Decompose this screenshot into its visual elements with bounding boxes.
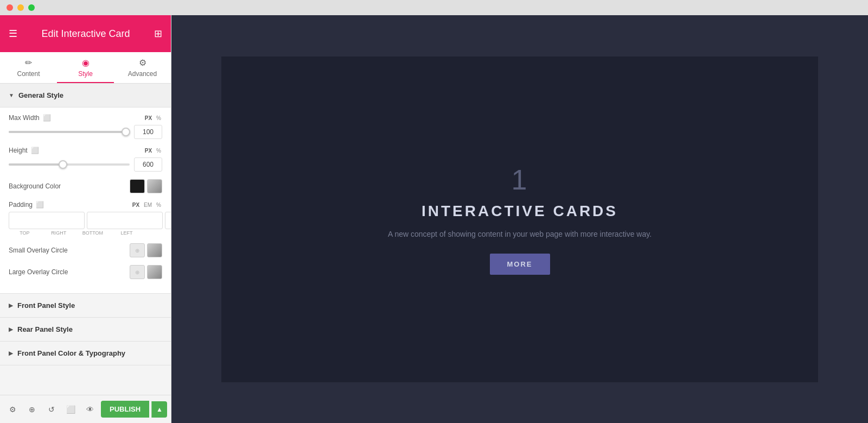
card-more-button[interactable]: MORE (490, 254, 550, 275)
monitor-icon-padding: ⬜ (36, 201, 44, 209)
monitor-icon-height: ⬜ (31, 147, 39, 154)
gear-tab-icon: ⚙ (139, 58, 146, 68)
height-input[interactable] (134, 157, 162, 172)
sidebar: ☰ Edit Interactive Card ⊞ ✏ Content ◉ St… (0, 15, 171, 423)
settings-toolbar-button[interactable]: ⚙ (4, 401, 22, 418)
tab-style[interactable]: ◉ Style (57, 52, 114, 83)
height-thumb[interactable] (59, 160, 67, 169)
max-width-slider-row (9, 125, 162, 139)
padding-field: Padding ⬜ PX EM % (9, 201, 162, 236)
small-overlay-color[interactable]: ⊕ (130, 243, 145, 257)
max-width-track (9, 131, 130, 133)
bg-color-label: Background Color (9, 182, 61, 190)
max-width-thumb[interactable] (122, 128, 130, 136)
height-percent[interactable]: % (155, 147, 162, 154)
layers-toolbar-button[interactable]: ⊕ (24, 401, 41, 418)
large-overlay-row: Large Overlay Circle ⊕ (9, 265, 162, 279)
publish-dropdown-button[interactable]: ▲ (151, 401, 167, 418)
max-width-units: PX % (144, 115, 162, 122)
large-overlay-label: Large Overlay Circle (9, 268, 68, 276)
height-units: PX % (144, 147, 162, 154)
large-overlay-color[interactable]: ⊕ (130, 265, 145, 279)
sidebar-title: Edit Interactive Card (41, 28, 130, 40)
max-width-label-row: Max Width ⬜ PX % (9, 114, 162, 122)
card-container: 1 INTERACTIVE CARDS A new concept of sho… (221, 56, 818, 382)
sidebar-toolbar: ⚙ ⊕ ↺ ⬜ 👁 PUBLISH ▲ (0, 395, 171, 423)
max-width-px[interactable]: PX (144, 115, 153, 122)
large-overlay-field: Large Overlay Circle ⊕ (9, 265, 162, 279)
height-field: Height ⬜ PX % (9, 147, 162, 172)
rear-panel-style-label: Rear Panel Style (17, 325, 73, 333)
hamburger-icon[interactable]: ☰ (9, 28, 17, 40)
small-overlay-field: Small Overlay Circle ⊕ (9, 243, 162, 257)
tabs-bar: ✏ Content ◉ Style ⚙ Advanced (0, 52, 171, 84)
padding-top-label: TOP (9, 230, 41, 236)
card-number: 1 (512, 163, 528, 196)
tab-content-label: Content (17, 70, 40, 78)
sidebar-header: ☰ Edit Interactive Card ⊞ (0, 15, 171, 52)
large-overlay-gradient[interactable] (147, 265, 162, 279)
main-canvas: 1 INTERACTIVE CARDS A new concept of sho… (171, 15, 868, 423)
max-width-field: Max Width ⬜ PX % (9, 114, 162, 139)
height-px[interactable]: PX (144, 147, 153, 154)
front-panel-style-header[interactable]: ▶ Front Panel Style (0, 294, 171, 318)
bg-color-swatch[interactable] (130, 179, 145, 193)
history-toolbar-button[interactable]: ↺ (43, 401, 60, 418)
max-width-input[interactable] (134, 125, 162, 139)
grid-icon[interactable]: ⊞ (154, 28, 162, 40)
small-overlay-swatches: ⊕ (130, 243, 162, 257)
front-panel-arrow: ▶ (9, 302, 13, 308)
responsive-toolbar-button[interactable]: ⬜ (62, 401, 80, 418)
publish-button[interactable]: PUBLISH (101, 401, 149, 418)
padding-inputs-row: 🔗 (9, 212, 162, 229)
padding-label: Padding ⬜ (9, 201, 44, 209)
bg-color-swatches (130, 179, 162, 193)
padding-percent[interactable]: % (155, 201, 162, 209)
small-overlay-label: Small Overlay Circle (9, 247, 68, 254)
card-title: INTERACTIVE CARDS (422, 203, 618, 220)
padding-px[interactable]: PX (131, 201, 141, 209)
front-panel-style-label: Front Panel Style (17, 301, 75, 310)
pencil-icon: ✏ (25, 58, 32, 68)
close-button[interactable] (7, 4, 13, 11)
general-style-content: Max Width ⬜ PX % (0, 108, 171, 294)
tab-style-label: Style (78, 70, 93, 78)
preview-toolbar-button[interactable]: 👁 (81, 401, 99, 418)
card-description: A new concept of showing content in your… (388, 230, 652, 238)
small-overlay-gradient[interactable] (147, 243, 162, 257)
padding-label-row: Padding ⬜ PX EM % (9, 201, 162, 209)
bg-color-field: Background Color (9, 179, 162, 193)
max-width-fill (9, 131, 126, 133)
general-style-header[interactable]: ▼ General Style (0, 84, 171, 108)
monitor-icon-max: ⬜ (43, 114, 51, 122)
padding-bottom-input[interactable] (165, 212, 171, 229)
padding-top-input[interactable] (9, 212, 85, 229)
height-fill (9, 163, 63, 166)
max-width-label: Max Width ⬜ (9, 114, 51, 122)
front-panel-color-header[interactable]: ▶ Front Panel Color & Typography (0, 342, 171, 365)
front-panel-color-label: Front Panel Color & Typography (17, 349, 125, 357)
bg-gradient-swatch[interactable] (147, 179, 162, 193)
padding-left-label: LEFT (111, 230, 143, 236)
bg-color-row: Background Color (9, 179, 162, 193)
height-slider-row (9, 157, 162, 172)
tab-content[interactable]: ✏ Content (0, 52, 57, 83)
height-track (9, 163, 130, 166)
padding-em[interactable]: EM (143, 201, 153, 209)
padding-right-input[interactable] (87, 212, 163, 229)
titlebar (0, 0, 868, 15)
rear-panel-style-header[interactable]: ▶ Rear Panel Style (0, 318, 171, 342)
rear-panel-arrow: ▶ (9, 326, 13, 332)
padding-units: PX EM % (131, 201, 162, 209)
minimize-button[interactable] (17, 4, 24, 11)
tab-advanced-label: Advanced (128, 70, 157, 78)
large-overlay-swatches: ⊕ (130, 265, 162, 279)
front-panel-color-arrow: ▶ (9, 350, 13, 356)
padding-labels-row: TOP RIGHT BOTTOM LEFT (9, 230, 162, 236)
max-width-percent[interactable]: % (155, 115, 162, 122)
tab-advanced[interactable]: ⚙ Advanced (114, 52, 171, 83)
general-style-label: General Style (18, 91, 63, 99)
maximize-button[interactable] (28, 4, 35, 11)
sidebar-content: ▼ General Style Max Width ⬜ PX % (0, 84, 171, 423)
general-style-arrow: ▼ (9, 92, 14, 98)
